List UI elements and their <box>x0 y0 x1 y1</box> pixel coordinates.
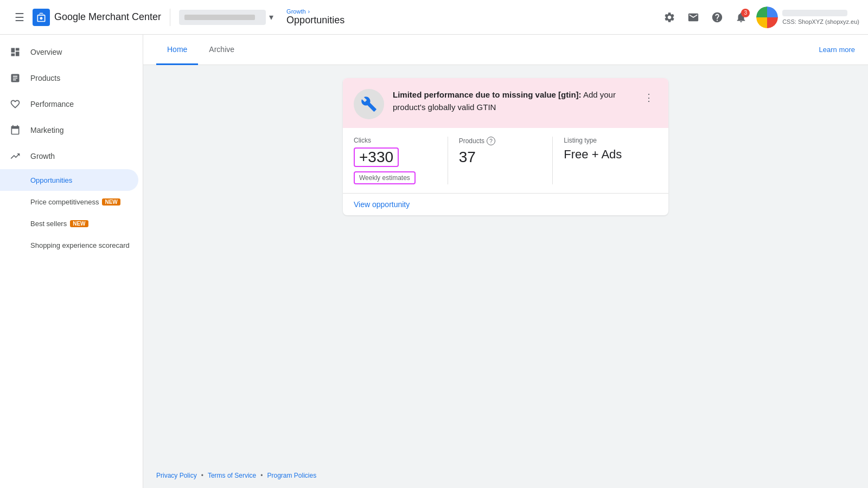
main-content: Home Archive Learn more Limited <box>143 35 868 488</box>
card-title: Limited performance due to missing value… <box>393 89 631 113</box>
card-icon <box>354 89 384 119</box>
clicks-label: Clicks <box>354 137 437 144</box>
clicks-value: +330 <box>354 147 399 167</box>
card-footer: View opportunity <box>343 194 668 215</box>
sidebar-sub-item-best-sellers[interactable]: Best sellers NEW <box>0 213 138 234</box>
learn-more-link[interactable]: Learn more <box>819 46 855 54</box>
sidebar-item-overview[interactable]: Overview <box>0 39 138 65</box>
sidebar-item-growth[interactable]: Growth <box>0 143 138 169</box>
sidebar-label-growth: Growth <box>30 152 55 160</box>
weekly-estimates-label: Weekly estimates <box>354 171 416 184</box>
products-value: 37 <box>459 149 542 166</box>
tab-home-label: Home <box>167 45 187 54</box>
hamburger-menu[interactable]: ☰ <box>9 7 30 28</box>
page-body: Limited performance due to missing value… <box>143 65 868 463</box>
growth-icon <box>9 150 22 163</box>
gear-icon <box>663 11 675 23</box>
card-menu-button[interactable]: ⋮ <box>640 89 658 106</box>
sidebar-sub-label-opportunities: Opportunities <box>30 176 72 184</box>
app-logo: Google Merchant Center <box>33 9 161 26</box>
tabs-bar: Home Archive Learn more <box>143 35 868 65</box>
card-metrics: Clicks +330 Weekly estimates Products ? … <box>343 128 668 194</box>
footer-sep-1: • <box>201 472 203 479</box>
metric-clicks: Clicks +330 Weekly estimates <box>354 137 448 184</box>
marketing-icon <box>9 124 22 137</box>
page-footer: Privacy Policy • Terms of Service • Prog… <box>143 463 868 488</box>
sidebar-label-overview: Overview <box>30 48 62 56</box>
tab-archive-label: Archive <box>209 45 234 54</box>
program-policies-link[interactable]: Program Policies <box>267 472 316 479</box>
user-account-label: CSS: ShopXYZ (shopxyz.eu) <box>782 18 859 25</box>
app-name: Google Merchant Center <box>54 11 161 23</box>
account-selector[interactable]: ▾ <box>179 10 273 25</box>
products-icon <box>9 72 22 85</box>
sidebar-item-marketing[interactable]: Marketing <box>0 117 138 143</box>
terms-of-service-link[interactable]: Terms of Service <box>208 472 256 479</box>
user-name-placeholder <box>782 10 847 16</box>
listing-type-label: Listing type <box>564 137 647 144</box>
breadcrumb-arrow: › <box>308 8 310 15</box>
products-info-icon[interactable]: ? <box>487 137 495 145</box>
user-info[interactable]: CSS: ShopXYZ (shopxyz.eu) <box>782 10 859 25</box>
products-label: Products ? <box>459 137 542 145</box>
footer-links: Privacy Policy • Terms of Service • Prog… <box>156 472 855 479</box>
wrench-icon <box>361 96 377 112</box>
sidebar-item-performance[interactable]: Performance <box>0 91 138 117</box>
listing-type-value: Free + Ads <box>564 147 647 162</box>
best-sellers-badge-new: NEW <box>70 220 88 227</box>
breadcrumb-current: Opportunities <box>286 15 344 26</box>
sidebar-sub-label-shopping: Shopping experience scorecard <box>30 241 130 249</box>
overview-icon <box>9 46 22 59</box>
metric-listing-type: Listing type Free + Ads <box>552 137 658 184</box>
sidebar-sub-label-price: Price competitiveness <box>30 198 99 206</box>
metric-products: Products ? 37 <box>448 137 553 184</box>
sidebar-sub-item-price-competitiveness[interactable]: Price competitiveness NEW <box>0 191 138 213</box>
sidebar-sub-item-opportunities[interactable]: Opportunities <box>0 169 138 191</box>
notification-count: 3 <box>741 9 750 17</box>
breadcrumb-parent[interactable]: Growth › <box>286 8 344 15</box>
mail-icon <box>687 11 699 23</box>
logo-icon <box>33 9 50 26</box>
price-badge-new: NEW <box>102 198 120 206</box>
sidebar-item-products[interactable]: Products <box>0 65 138 91</box>
tab-home[interactable]: Home <box>156 35 198 65</box>
card-title-bold: Limited performance due to missing value… <box>393 90 582 99</box>
tab-archive[interactable]: Archive <box>198 35 245 65</box>
footer-sep-2: • <box>260 472 263 479</box>
sidebar-sub-label-best-sellers: Best sellers <box>30 220 67 228</box>
top-header: ☰ Google Merchant Center ▾ Growth › Oppo… <box>0 0 868 35</box>
account-dropdown-arrow: ▾ <box>269 12 273 22</box>
app-layout: Overview Products Performance <box>0 0 868 488</box>
privacy-policy-link[interactable]: Privacy Policy <box>156 472 197 479</box>
breadcrumb: Growth › Opportunities <box>286 8 344 26</box>
sidebar-label-marketing: Marketing <box>30 126 63 134</box>
performance-icon <box>9 98 22 111</box>
sidebar-sub-item-shopping-experience[interactable]: Shopping experience scorecard <box>0 234 138 256</box>
header-divider <box>170 9 170 26</box>
sidebar-label-performance: Performance <box>30 100 74 108</box>
opportunity-card: Limited performance due to missing value… <box>343 78 668 215</box>
notifications-button[interactable]: 3 <box>730 7 752 28</box>
sidebar-label-products: Products <box>30 74 60 82</box>
account-name <box>179 10 266 25</box>
user-avatar[interactable] <box>756 7 778 28</box>
help-button[interactable] <box>706 7 728 28</box>
help-icon <box>711 11 723 23</box>
merchant-icon <box>36 12 47 23</box>
card-header: Limited performance due to missing value… <box>343 78 668 128</box>
header-icons: 3 <box>659 7 752 28</box>
email-button[interactable] <box>682 7 704 28</box>
avatar-image <box>756 7 778 28</box>
view-opportunity-link[interactable]: View opportunity <box>354 200 410 209</box>
settings-button[interactable] <box>659 7 680 28</box>
menu-icon: ☰ <box>15 11 24 24</box>
sidebar: Overview Products Performance <box>0 35 143 488</box>
